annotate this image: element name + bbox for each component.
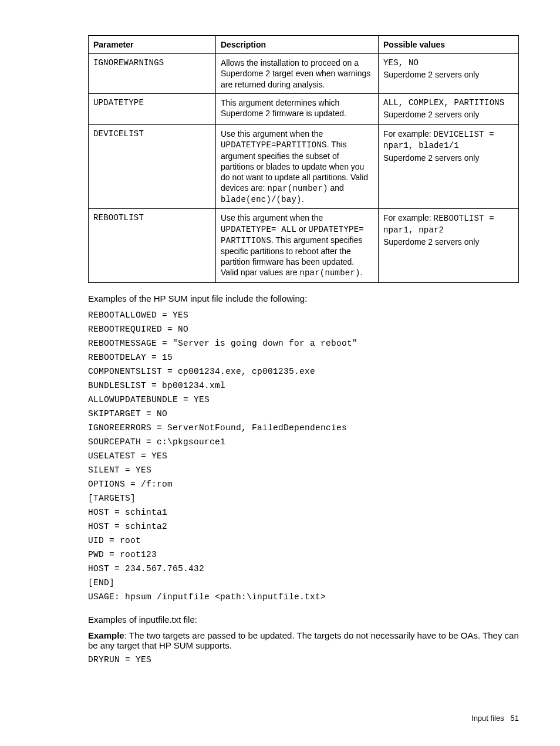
code-line: REBOOTDELAY = 15 [88, 350, 519, 364]
examples-label: Examples of inputfile.txt file: [88, 615, 519, 625]
col-header-description: Description [216, 36, 379, 54]
desc-code: npar(number) [299, 268, 360, 278]
pv-text: Superdome 2 servers only [383, 69, 514, 80]
code-line: SOURCEPATH = c:\pkgsource1 [88, 435, 519, 449]
param-possible-values: For example: REBOOTLIST = npar1, npar2 S… [379, 209, 519, 282]
desc-text: and [328, 183, 344, 193]
desc-code: UPDATETYPE= ALL [221, 225, 296, 234]
desc-text: or [296, 224, 308, 234]
code-line: REBOOTALLOWED = YES [88, 308, 519, 322]
desc-code: npar(number) [267, 184, 328, 193]
param-possible-values: ALL, COMPLEX, PARTITIONS Superdome 2 ser… [379, 93, 519, 124]
code-line: IGNOREERRORS = ServerNotFound, FailedDep… [88, 421, 519, 435]
pv-text: Superdome 2 servers only [383, 153, 514, 163]
desc-text: . [302, 194, 304, 204]
desc-text: Use this argument when the [221, 129, 323, 139]
code-line: UID = root [88, 534, 519, 548]
param-possible-values: For example: DEVICELIST = npar1, blade1/… [379, 125, 519, 209]
param-description: Allows the installation to proceed on a … [216, 54, 379, 94]
code-line: ALLOWUPDATEBUNDLE = YES [88, 393, 519, 407]
code-line: BUNDLESLIST = bp001234.xml [88, 379, 519, 393]
param-name: IGNOREWARNINGS [89, 54, 216, 94]
code-line: HOST = schinta1 [88, 505, 519, 519]
desc-text: . [360, 268, 363, 277]
code-line: [TARGETS] [88, 491, 519, 505]
code-line: SKIPTARGET = NO [88, 407, 519, 421]
param-description: Use this argument when the UPDATETYPE= A… [216, 209, 379, 282]
code-line: SILENT = YES [88, 463, 519, 477]
pv-prefix: For example: [383, 129, 434, 139]
pv-prefix: For example: [383, 213, 434, 222]
param-name: UPDATETYPE [89, 93, 216, 124]
table-row: UPDATETYPE This argument determines whic… [89, 93, 519, 124]
col-header-parameter: Parameter [89, 36, 216, 54]
code-line: COMPONENTSLIST = cp001234.exe, cp001235.… [88, 364, 519, 379]
footer-section-label: Input files [471, 714, 504, 723]
code-line: [END] [88, 576, 519, 590]
example-paragraph: Example: The two targets are passed to b… [88, 630, 519, 650]
page-footer: Input files 51 [471, 714, 519, 723]
code-line: OPTIONS = /f:rom [88, 477, 519, 491]
pv-example: For example: REBOOTLIST = npar1, npar2 [383, 212, 514, 235]
pv-example: For example: DEVICELIST = npar1, blade1/… [383, 129, 514, 151]
example-bold-label: Example [88, 630, 124, 640]
code-line: REBOOTMESSAGE = "Server is going down fo… [88, 336, 519, 350]
table-row: REBOOTLIST Use this argument when the UP… [89, 209, 519, 282]
table-row: DEVICELIST Use this argument when the UP… [89, 125, 519, 209]
example-text: : The two targets are passed to be updat… [88, 630, 519, 650]
code-line: DRYRUN = YES [88, 655, 519, 664]
param-description: Use this argument when the UPDATETYPE=PA… [216, 125, 379, 209]
intro-text: Examples of the HP SUM input file includ… [88, 293, 519, 303]
code-line: PWD = root123 [88, 548, 519, 562]
col-header-possible-values: Possible values [379, 36, 519, 54]
pv-code: ALL, COMPLEX, PARTITIONS [383, 97, 514, 108]
pv-text: Superdome 2 servers only [383, 109, 514, 120]
code-line: HOST = schinta2 [88, 519, 519, 534]
document-page: Parameter Description Possible values IG… [0, 0, 560, 746]
pv-text: Superdome 2 servers only [383, 237, 514, 247]
param-possible-values: YES, NO Superdome 2 servers only [379, 54, 519, 94]
footer-page-number: 51 [511, 714, 519, 723]
param-description: This argument determines which Superdome… [216, 93, 379, 124]
parameter-table: Parameter Description Possible values IG… [88, 35, 519, 283]
desc-code: blade(enc)/(bay) [221, 195, 302, 204]
code-block: REBOOTALLOWED = YES REBOOTREQUIRED = NO … [88, 308, 519, 604]
table-row: IGNOREWARNINGS Allows the installation t… [89, 54, 519, 94]
code-line: USAGE: hpsum /inputfile <path:\inputfile… [88, 590, 519, 604]
param-name: DEVICELIST [89, 125, 216, 209]
pv-code: YES, NO [383, 58, 514, 68]
code-line: HOST = 234.567.765.432 [88, 562, 519, 576]
param-name: REBOOTLIST [89, 209, 216, 282]
table-header-row: Parameter Description Possible values [89, 36, 519, 54]
code-line: USELATEST = YES [88, 449, 519, 463]
desc-text: Use this argument when the [221, 213, 323, 222]
desc-code: UPDATETYPE=PARTITIONS [221, 140, 327, 150]
code-line: REBOOTREQUIRED = NO [88, 322, 519, 336]
